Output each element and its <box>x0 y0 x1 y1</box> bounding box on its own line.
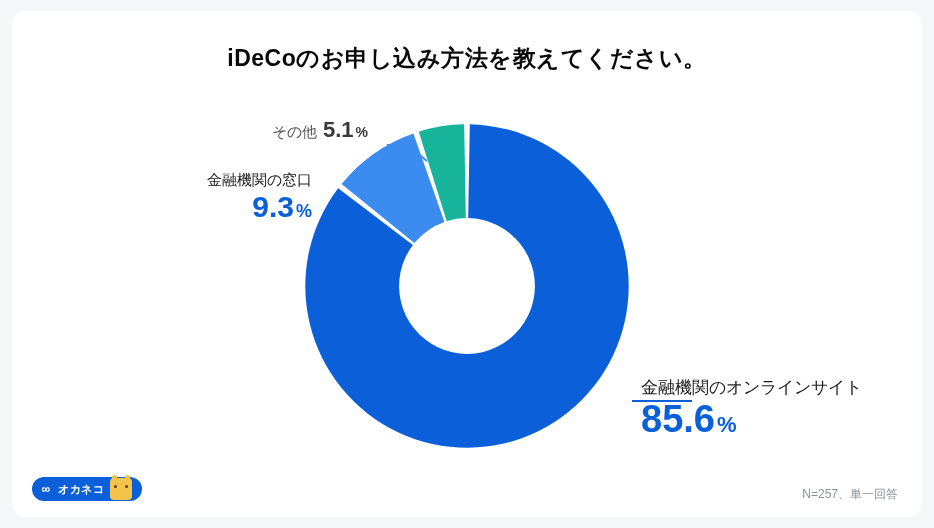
donut-chart <box>302 121 632 451</box>
slice-label-online: 金融機関のオンラインサイト 85.6% <box>641 376 862 441</box>
percent-symbol: % <box>717 412 737 437</box>
percent-symbol: % <box>296 201 312 221</box>
brand-badge: ∞ オカネコ <box>32 477 142 501</box>
brand-text: オカネコ <box>58 482 104 497</box>
chart-card: iDeCoのお申し込み方法を教えてください。 金融機関のオンラインサイト 85.… <box>12 11 922 517</box>
slice-name: その他 <box>272 123 317 142</box>
slice-value: 9.3 <box>252 190 294 223</box>
chart-footnote: N=257、単一回答 <box>802 486 898 503</box>
cat-mascot-icon <box>110 478 132 500</box>
slice-label-window: 金融機関の窓口 9.3% <box>132 171 312 223</box>
slice-value: 5.1 <box>323 117 354 142</box>
percent-symbol: % <box>356 124 368 140</box>
slice-name: 金融機関のオンラインサイト <box>641 376 862 399</box>
infinity-icon: ∞ <box>38 481 54 497</box>
slice-value: 85.6 <box>641 398 715 440</box>
slice-name: 金融機関の窓口 <box>132 171 312 190</box>
chart-title: iDeCoのお申し込み方法を教えてください。 <box>12 43 922 74</box>
slice-label-other: その他 5.1% <box>272 117 368 143</box>
